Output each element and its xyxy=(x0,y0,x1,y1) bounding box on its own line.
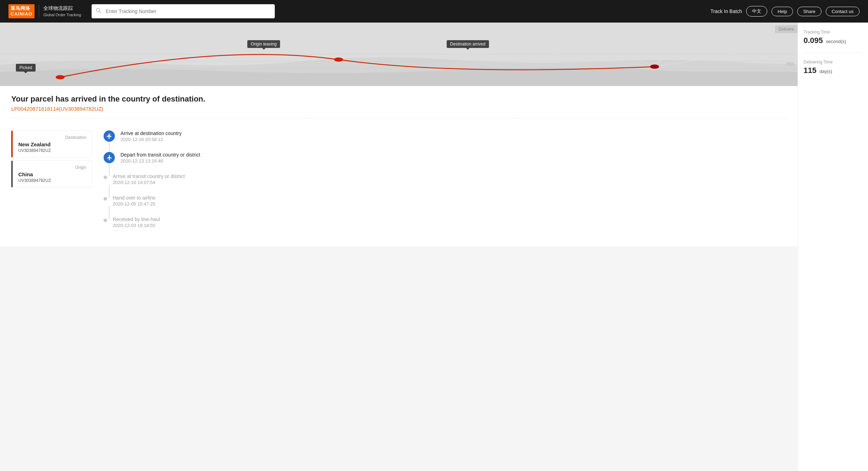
timeline-content: Hand over to airline 2020-12-05 15:47:25 xyxy=(113,195,786,207)
logo-icon: 菜鸟网络 CAINIAO xyxy=(8,4,35,18)
svg-point-15 xyxy=(786,62,795,66)
origin-card: Origin China UV303894782UZ xyxy=(11,160,92,188)
delivering-time-value: 115 xyxy=(804,66,817,75)
locations-timeline: Destination New Zealand UV303894782UZ Or… xyxy=(0,130,798,246)
plane-arrive-icon xyxy=(104,130,115,142)
timeline-dot xyxy=(104,219,107,222)
delivering-time-unit: day(s) xyxy=(819,69,832,74)
destination-label: Destination xyxy=(18,135,86,140)
share-button[interactable]: Share xyxy=(797,7,822,16)
timeline-event-time: 2020-12-10 14:07:54 xyxy=(113,180,786,185)
right-panel: Tracking Time 0.095 second(s) Delivering… xyxy=(798,23,868,471)
timeline-dot xyxy=(104,197,107,201)
timeline-event-text: Depart from transit country or district xyxy=(120,152,786,158)
timeline-item: Received by line-haul 2020-12-03 19:18:5… xyxy=(104,216,786,228)
destination-tracking-num: UV303894782UZ xyxy=(18,148,86,153)
main-layout: Picked Origin leaving Destination arrive… xyxy=(0,23,868,471)
map-label-destination-arrived: Destination arrived xyxy=(447,40,489,48)
map-label-origin-leaving: Origin leaving xyxy=(247,40,280,48)
tracking-time-value: 0.095 xyxy=(804,36,823,45)
svg-point-12 xyxy=(56,75,65,79)
info-section: Your parcel has arrived in the country o… xyxy=(0,86,798,130)
header-actions: Track In Batch 中文 Help Share Contact us xyxy=(711,6,860,17)
timeline-event-time: 2020-12-05 15:47:25 xyxy=(113,201,786,207)
destination-card: Destination New Zealand UV303894782UZ xyxy=(11,130,92,158)
origin-label: Origin xyxy=(18,165,86,170)
logo-text: 全球物流跟踪 Global Order Tracking xyxy=(43,5,81,18)
svg-line-1 xyxy=(100,12,101,13)
map-label-delivered: Delivere xyxy=(775,25,798,33)
tracking-number-input[interactable] xyxy=(92,4,275,18)
timeline-event-time: 2020-12-03 19:18:55 xyxy=(113,223,786,228)
svg-point-13 xyxy=(334,57,343,62)
timeline-content: Received by line-haul 2020-12-03 19:18:5… xyxy=(113,216,786,228)
tracking-time-label: Tracking Time xyxy=(804,30,862,35)
locations-panel: Destination New Zealand UV303894782UZ Or… xyxy=(11,130,92,246)
timeline-content: Depart from transit country or district … xyxy=(120,152,786,164)
content-area: Picked Origin leaving Destination arrive… xyxy=(0,23,798,471)
map-label-picked: Picked xyxy=(16,64,36,72)
timeline-event-text: Arrive at transit country or district xyxy=(113,173,786,179)
svg-point-14 xyxy=(650,65,659,69)
search-bar xyxy=(92,4,275,18)
logo-divider xyxy=(39,5,39,18)
timeline-item: Arrive at destination country 2020-12-16… xyxy=(104,130,786,142)
timeline: Arrive at destination country 2020-12-16… xyxy=(104,130,786,246)
timeline-item: Arrive at transit country or district 20… xyxy=(104,173,786,185)
delivering-time-label: Delivering Time xyxy=(804,60,862,65)
map-container: Picked Origin leaving Destination arrive… xyxy=(0,23,798,86)
timeline-event-time: 2020-12-13 13:16:46 xyxy=(120,158,786,164)
timeline-event-text: Arrive at destination country xyxy=(120,130,786,136)
map-background xyxy=(0,23,798,86)
metric-divider xyxy=(804,52,862,53)
timeline-content: Arrive at destination country 2020-12-16… xyxy=(120,130,786,142)
track-in-batch-button[interactable]: Track In Batch xyxy=(711,8,742,14)
tracking-id: LP00420871618114(UV303894782UZ) xyxy=(11,106,786,112)
timeline-item: Depart from transit country or district … xyxy=(104,152,786,164)
parcel-status: Your parcel has arrived in the country o… xyxy=(11,94,786,104)
contact-us-button[interactable]: Contact us xyxy=(826,7,860,16)
timeline-dot xyxy=(104,176,107,179)
timeline-content: Arrive at transit country or district 20… xyxy=(113,173,786,185)
logo-area: 菜鸟网络 CAINIAO 全球物流跟踪 Global Order Trackin… xyxy=(8,4,86,18)
timeline-event-text: Received by line-haul xyxy=(113,216,786,222)
help-button[interactable]: Help xyxy=(771,7,793,16)
timeline-event-text: Hand over to airline xyxy=(113,195,786,201)
origin-tracking-num: UV303894782UZ xyxy=(18,178,86,183)
destination-country: New Zealand xyxy=(18,141,86,147)
section-divider xyxy=(11,118,786,118)
origin-country: China xyxy=(18,171,86,177)
timeline-item: Hand over to airline 2020-12-05 15:47:25 xyxy=(104,195,786,207)
search-icon xyxy=(96,8,101,15)
timeline-event-time: 2020-12-16 20:58:12 xyxy=(120,137,786,142)
plane-depart-icon xyxy=(104,152,115,163)
header: 菜鸟网络 CAINIAO 全球物流跟踪 Global Order Trackin… xyxy=(0,0,868,23)
tracking-time-unit: second(s) xyxy=(826,39,846,44)
language-button[interactable]: 中文 xyxy=(746,6,767,17)
